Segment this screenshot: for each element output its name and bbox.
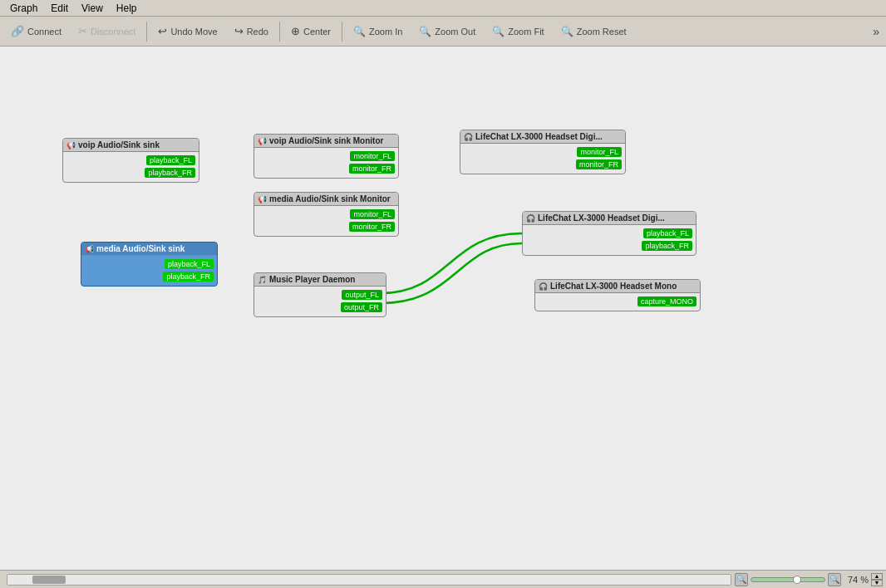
port-output-fl[interactable]: output_FL xyxy=(342,290,382,300)
undo-icon: ↩ xyxy=(158,25,167,37)
separator-2 xyxy=(279,22,280,42)
headset-icon-3: 🎧 xyxy=(539,282,548,291)
zoom-controls: 🔍 🔍 74 % ▲ ▼ xyxy=(735,573,883,586)
zoom-fit-button[interactable]: 🔍 Zoom Fit xyxy=(485,22,551,42)
port-playback-fr-3[interactable]: playback_FR xyxy=(163,272,214,282)
port-monitor-fl-1[interactable]: monitor_FL xyxy=(350,151,395,161)
node-lifechat-digi1-ports: monitor_FL monitor_FR xyxy=(460,144,625,174)
redo-button[interactable]: ↪ Redo xyxy=(227,21,276,42)
node-media-monitor[interactable]: 📢 media Audio/Sink sink Monitor monitor_… xyxy=(253,192,399,237)
node-media-monitor-ports: monitor_FL monitor_FR xyxy=(254,206,398,236)
node-lifechat-digi1-header: 🎧 LifeChat LX-3000 Headset Digi... xyxy=(460,130,625,144)
port-playback-fr-2[interactable]: playback_FR xyxy=(642,241,692,251)
node-media-sink[interactable]: 📢 media Audio/Sink sink playback_FL play… xyxy=(81,242,218,287)
node-lifechat-mono-header: 🎧 LifeChat LX-3000 Headset Mono xyxy=(535,280,700,293)
center-button[interactable]: ⊕ Center xyxy=(283,21,338,42)
speaker-icon-2: 📢 xyxy=(258,137,267,145)
port-playback-fl-3[interactable]: playback_FL xyxy=(165,259,214,269)
node-lifechat-digi2[interactable]: 🎧 LifeChat LX-3000 Headset Digi... playb… xyxy=(522,211,696,256)
zoom-step-down[interactable]: ▼ xyxy=(871,580,883,586)
node-lifechat-digi2-header: 🎧 LifeChat LX-3000 Headset Digi... xyxy=(523,212,696,225)
node-lifechat-mono[interactable]: 🎧 LifeChat LX-3000 Headset Mono capture_… xyxy=(534,279,701,311)
speaker-icon: 📢 xyxy=(66,141,76,149)
headset-icon-1: 🎧 xyxy=(464,133,473,141)
menu-help[interactable]: Help xyxy=(110,1,144,16)
statusbar: 🔍 🔍 74 % ▲ ▼ xyxy=(0,570,886,588)
node-voip-sink[interactable]: 📢 voip Audio/Sink sink playback_FL playb… xyxy=(62,138,199,183)
node-voip-monitor[interactable]: 📢 voip Audio/Sink sink Monitor monitor_F… xyxy=(253,134,399,179)
node-music-player-ports: output_FL output_FR xyxy=(254,287,386,316)
menu-view[interactable]: View xyxy=(75,1,110,16)
speaker-icon-3: 📢 xyxy=(258,195,267,203)
node-music-player[interactable]: 🎵 Music Player Daemon output_FL output_F… xyxy=(253,272,386,317)
menu-graph[interactable]: Graph xyxy=(3,1,44,16)
menu-edit[interactable]: Edit xyxy=(44,1,75,16)
node-lifechat-digi1[interactable]: 🎧 LifeChat LX-3000 Headset Digi... monit… xyxy=(460,130,626,174)
redo-icon: ↪ xyxy=(234,25,244,37)
port-monitor-fr-1[interactable]: monitor_FR xyxy=(349,164,395,174)
disconnect-icon: ✂ xyxy=(78,25,87,37)
port-playback-fl[interactable]: playback_FL xyxy=(146,155,195,165)
zoom-out-button[interactable]: 🔍 Zoom Out xyxy=(411,22,483,42)
zoom-in-status-icon[interactable]: 🔍 xyxy=(828,573,841,586)
zoom-out-status-icon[interactable]: 🔍 xyxy=(735,573,748,586)
zoom-step-up[interactable]: ▲ xyxy=(871,573,883,580)
zoom-slider[interactable] xyxy=(751,577,825,582)
node-media-monitor-header: 📢 media Audio/Sink sink Monitor xyxy=(254,193,398,206)
zoom-fit-icon: 🔍 xyxy=(492,26,505,37)
node-music-player-header: 🎵 Music Player Daemon xyxy=(254,273,386,287)
zoom-value: 74 % xyxy=(844,575,869,585)
zoom-reset-button[interactable]: 🔍 Zoom Reset xyxy=(554,22,634,42)
node-lifechat-mono-ports: capture_MONO xyxy=(535,293,700,311)
connect-button[interactable]: 🔗 Connect xyxy=(3,21,69,42)
zoom-out-icon: 🔍 xyxy=(419,26,431,37)
port-monitor-fl-2[interactable]: monitor_FL xyxy=(350,209,395,219)
undo-move-button[interactable]: ↩ Undo Move xyxy=(150,21,224,42)
zoom-reset-icon: 🔍 xyxy=(561,26,573,37)
port-playback-fl-2[interactable]: playback_FL xyxy=(643,228,692,238)
scrollbar-thumb[interactable] xyxy=(32,576,66,584)
node-media-sink-ports: playback_FL playback_FR xyxy=(81,256,217,286)
connections-svg xyxy=(0,47,886,571)
disconnect-button[interactable]: ✂ Disconnect xyxy=(71,21,143,42)
node-media-sink-header: 📢 media Audio/Sink sink xyxy=(81,243,217,256)
horizontal-scrollbar[interactable] xyxy=(7,574,731,586)
menubar: Graph Edit View Help xyxy=(0,0,886,17)
connect-icon: 🔗 xyxy=(11,25,24,37)
speaker-icon-4: 📢 xyxy=(85,245,94,253)
port-monitor-fr-2[interactable]: monitor_FR xyxy=(349,222,395,232)
node-voip-sink-ports: playback_FL playback_FR xyxy=(63,152,199,182)
port-monitor-fr-3[interactable]: monitor_FR xyxy=(576,159,622,169)
headset-icon-2: 🎧 xyxy=(526,214,535,223)
port-capture-mono[interactable]: capture_MONO xyxy=(637,296,696,306)
zoom-stepper[interactable]: ▲ ▼ xyxy=(871,573,883,586)
node-voip-monitor-header: 📢 voip Audio/Sink sink Monitor xyxy=(254,135,398,148)
port-output-fr[interactable]: output_FR xyxy=(341,302,382,312)
separator-3 xyxy=(342,22,342,42)
node-voip-sink-header: 📢 voip Audio/Sink sink xyxy=(63,139,199,152)
node-voip-monitor-ports: monitor_FL monitor_FR xyxy=(254,148,398,178)
separator-1 xyxy=(146,22,147,42)
node-lifechat-digi2-ports: playback_FL playback_FR xyxy=(523,225,696,255)
port-playback-fr[interactable]: playback_FR xyxy=(145,168,195,178)
zoom-in-icon: 🔍 xyxy=(353,26,366,37)
center-icon: ⊕ xyxy=(291,25,300,37)
canvas-area[interactable]: 📢 voip Audio/Sink sink playback_FL playb… xyxy=(0,47,886,571)
toolbar-overflow[interactable]: » xyxy=(869,22,883,42)
music-icon: 🎵 xyxy=(258,276,267,284)
port-monitor-fl-3[interactable]: monitor_FL xyxy=(577,147,622,157)
zoom-slider-thumb[interactable] xyxy=(793,576,801,584)
zoom-in-button[interactable]: 🔍 Zoom In xyxy=(346,22,410,42)
toolbar: 🔗 Connect ✂ Disconnect ↩ Undo Move ↪ Red… xyxy=(0,17,886,47)
